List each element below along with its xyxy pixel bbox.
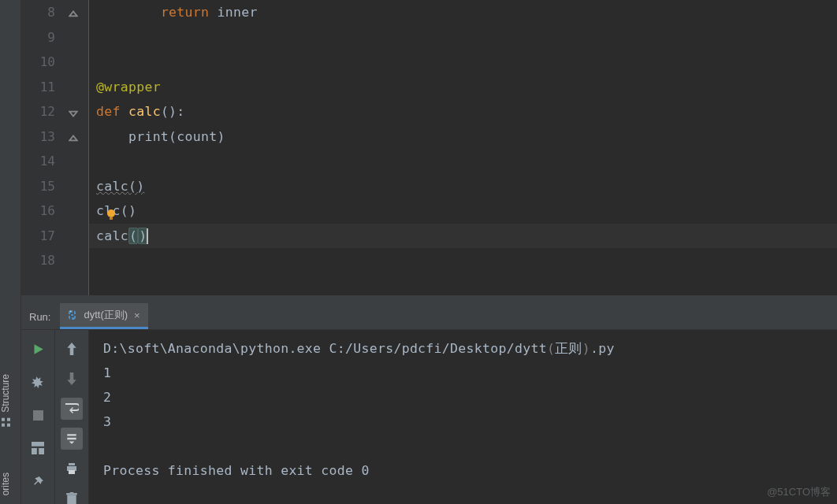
close-icon[interactable]: × xyxy=(132,309,142,321)
structure-tool-tab[interactable]: Structure xyxy=(0,374,11,428)
run-header: Run: dytt(正则) × xyxy=(21,303,837,330)
fold-column[interactable] xyxy=(66,0,89,295)
code-editor[interactable]: 89101112131415161718 return inner@wrappe… xyxy=(21,0,837,295)
code-line[interactable]: @wrapper xyxy=(96,75,837,100)
svg-rect-7 xyxy=(33,410,43,421)
line-number: 8 xyxy=(21,0,55,25)
console-line xyxy=(103,434,823,458)
svg-rect-0 xyxy=(7,424,10,427)
delete-button[interactable] xyxy=(61,487,83,504)
layout-button[interactable] xyxy=(27,437,49,459)
console-line: Process finished with exit code 0 xyxy=(103,458,823,483)
code-line[interactable]: calc() xyxy=(96,224,837,249)
svg-rect-3 xyxy=(2,418,5,421)
svg-rect-10 xyxy=(39,448,44,454)
line-number: 11 xyxy=(21,75,55,100)
line-number: 14 xyxy=(21,149,55,174)
line-number: 9 xyxy=(21,25,55,50)
svg-rect-13 xyxy=(69,470,75,474)
code-line[interactable] xyxy=(96,149,837,174)
rerun-button[interactable] xyxy=(27,338,49,360)
line-number: 10 xyxy=(21,50,55,75)
run-label: Run: xyxy=(29,305,60,329)
fold-toggle-icon[interactable] xyxy=(69,7,80,18)
structure-tab-label: Structure xyxy=(0,374,11,413)
up-arrow-button[interactable] xyxy=(61,338,83,360)
run-nav-toolbar xyxy=(55,330,89,504)
svg-point-6 xyxy=(70,311,72,313)
svg-rect-2 xyxy=(7,418,10,421)
svg-point-4 xyxy=(107,209,115,217)
scroll-to-end-button[interactable] xyxy=(61,428,83,450)
run-tab-name: dytt(正则) xyxy=(84,308,128,322)
line-number: 17 xyxy=(21,224,55,249)
soft-wrap-button[interactable] xyxy=(61,398,83,420)
code-line[interactable]: return inner xyxy=(96,0,837,25)
python-file-icon xyxy=(66,309,79,321)
line-number: 16 xyxy=(21,198,55,224)
console-output[interactable]: D:\soft\Anaconda\python.exe C:/Users/pdc… xyxy=(89,330,837,504)
line-number: 15 xyxy=(21,174,55,199)
line-number: 18 xyxy=(21,248,55,273)
run-body: D:\soft\Anaconda\python.exe C:/Users/pdc… xyxy=(21,330,837,504)
code-line[interactable]: def calc(): xyxy=(96,99,837,124)
watermark: @51CTO博客 xyxy=(767,485,831,499)
run-tab[interactable]: dytt(正则) × xyxy=(60,303,147,329)
code-area[interactable]: return inner@wrapperdef calc(): print(co… xyxy=(89,0,837,295)
build-button[interactable] xyxy=(27,371,49,393)
svg-rect-8 xyxy=(32,442,44,447)
structure-icon xyxy=(0,417,11,428)
code-line[interactable] xyxy=(96,248,837,273)
console-line: D:\soft\Anaconda\python.exe C:/Users/pdc… xyxy=(103,336,823,361)
svg-rect-12 xyxy=(69,463,75,465)
svg-rect-1 xyxy=(2,424,5,427)
favorites-tab-label: orites xyxy=(0,472,11,495)
code-line[interactable]: calc() xyxy=(96,174,837,199)
svg-rect-9 xyxy=(32,448,37,454)
line-number-gutter: 89101112131415161718 xyxy=(21,0,66,295)
code-line[interactable] xyxy=(96,25,837,50)
fold-toggle-icon[interactable] xyxy=(69,106,80,117)
left-tool-rail: Structure orites xyxy=(0,0,21,504)
pin-button[interactable] xyxy=(27,470,49,492)
favorites-tool-tab[interactable]: orites xyxy=(0,472,11,495)
down-arrow-button[interactable] xyxy=(61,368,83,390)
fold-toggle-icon[interactable] xyxy=(69,132,80,143)
svg-rect-15 xyxy=(66,493,77,495)
print-button[interactable] xyxy=(61,458,83,480)
code-line[interactable]: clc() xyxy=(96,198,837,224)
console-line: 1 xyxy=(103,361,823,385)
console-line: 2 xyxy=(103,385,823,410)
code-line[interactable]: print(count) xyxy=(96,124,837,150)
code-line[interactable] xyxy=(96,50,837,75)
stop-button[interactable] xyxy=(27,404,49,426)
line-number: 13 xyxy=(21,124,55,150)
svg-rect-14 xyxy=(67,495,76,504)
run-action-toolbar xyxy=(21,330,55,504)
run-tool-window: Run: dytt(正则) × D:\soft\Anaconda\python xyxy=(21,303,837,504)
svg-rect-5 xyxy=(110,217,113,220)
svg-rect-16 xyxy=(70,492,74,493)
intention-bulb-icon[interactable] xyxy=(105,205,117,217)
editor-run-splitter[interactable] xyxy=(21,295,837,303)
console-line: 3 xyxy=(103,410,823,434)
line-number: 12 xyxy=(21,99,55,124)
